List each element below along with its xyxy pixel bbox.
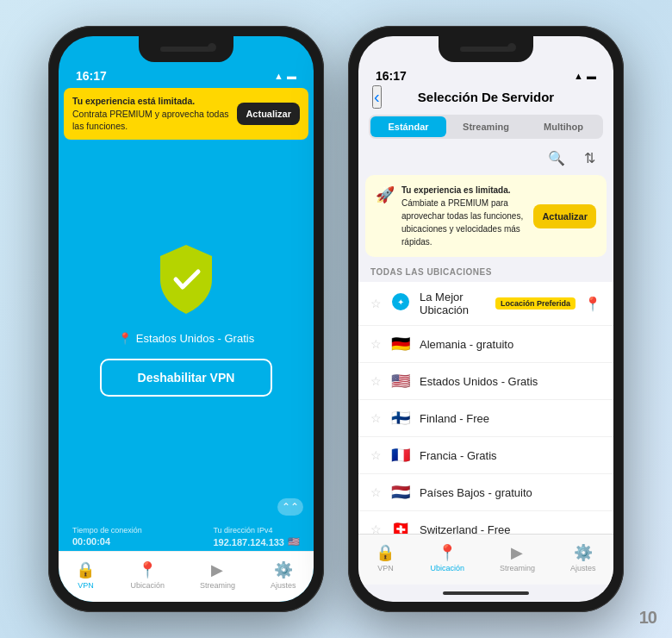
- banner-normal-1: Contrata PREMIUM y aprovecha todas las f…: [72, 109, 229, 132]
- server-selection-screen: 16:17 ▲ ▬ ‹ Selección De Servidor Estánd…: [358, 36, 613, 602]
- server-item-0[interactable]: ☆ 🇩🇪 Alemania - gratuito: [358, 326, 613, 363]
- vpn-nav-icon-2: 🔒: [376, 543, 395, 562]
- upgrade-normal-2: Cámbiate a PREMIUM para aprovechar todas…: [401, 198, 523, 247]
- tab-standard[interactable]: Estándar: [370, 116, 446, 137]
- scroll-indicator: ⌃⌃: [59, 495, 314, 519]
- ip-address-stat: Tu dirección IPv4 192.187.124.133 🇺🇸: [213, 526, 300, 547]
- nav-vpn-label-1: VPN: [78, 581, 94, 590]
- upgrade-bold-2: Tu experiencia es limitada.: [401, 185, 511, 195]
- notch-2: [439, 36, 533, 62]
- connection-label: Tiempo de conexión: [72, 526, 142, 535]
- status-time-2: 16:17: [376, 69, 407, 83]
- flag-emoji: 🇺🇸: [288, 536, 300, 547]
- server-name-0: Alemania - gratuito: [420, 338, 601, 351]
- location-nav-icon-2: 📍: [438, 543, 457, 562]
- star-5: ☆: [370, 522, 382, 534]
- server-name-best: La Mejor Ubicación: [420, 291, 487, 316]
- battery-icon-2: ▬: [587, 71, 596, 81]
- server-item-4[interactable]: ☆ 🇳🇱 Países Bajos - gratuito: [358, 474, 613, 511]
- server-name-5: Switzerland - Free: [420, 523, 601, 535]
- status-icons-2: ▲ ▬: [574, 71, 596, 81]
- search-button[interactable]: 🔍: [544, 146, 569, 170]
- server-name-4: Países Bajos - gratuito: [420, 486, 601, 499]
- wifi-icon: ▲: [274, 71, 283, 81]
- server-name-1: Estados Unidos - Gratis: [420, 375, 601, 388]
- wifi-icon-2: ▲: [574, 71, 583, 81]
- nav-streaming-2[interactable]: ▶ Streaming: [493, 541, 542, 574]
- shield-icon: [147, 241, 225, 318]
- location-nav-icon: 📍: [138, 560, 157, 579]
- rocket-icon: 🚀: [376, 185, 395, 204]
- section-label: TODAS LAS UBICACIONES: [358, 264, 613, 282]
- star-1: ☆: [370, 374, 382, 388]
- settings-nav-icon-2: ⚙️: [574, 543, 593, 562]
- connection-time-stat: Tiempo de conexión 00:00:04: [72, 526, 142, 547]
- flag-0: 🇩🇪: [390, 335, 411, 353]
- nav-vpn-2[interactable]: 🔒 VPN: [369, 541, 401, 574]
- nav-location-2[interactable]: 📍 Ubicación: [423, 541, 471, 574]
- nav-streaming-label-1: Streaming: [200, 581, 235, 590]
- battery-icon: ▬: [287, 71, 296, 81]
- disable-vpn-btn[interactable]: Deshabilitar VPN: [100, 359, 272, 397]
- watermark: 10: [639, 608, 656, 628]
- nav-settings-label-1: Ajustes: [271, 581, 296, 590]
- nav-streaming-label-2: Streaming: [500, 564, 535, 572]
- flag-5: 🇨🇭: [390, 520, 411, 534]
- search-sort-row: 🔍 ⇅: [358, 146, 613, 175]
- server-item-2[interactable]: ☆ 🇫🇮 Finland - Free: [358, 400, 613, 437]
- notch-1: [139, 36, 233, 62]
- nav-vpn-1[interactable]: 🔒 VPN: [69, 559, 102, 591]
- flag-4: 🇳🇱: [390, 483, 411, 502]
- vpn-screen: 16:17 ▲ ▬ Tu experiencia está limitada. …: [59, 36, 314, 602]
- bottom-nav-2: 🔒 VPN 📍 Ubicación ▶ Streaming ⚙️ Ajustes: [358, 534, 613, 585]
- status-time-1: 16:17: [76, 69, 107, 83]
- scroll-btn: ⌃⌃: [277, 498, 303, 516]
- server-list: ☆ ✦ La Mejor Ubicación Locación Preferid…: [358, 282, 613, 534]
- flag-2: 🇫🇮: [390, 409, 411, 428]
- sort-button[interactable]: ⇅: [577, 146, 601, 170]
- nav-settings-1[interactable]: ⚙️ Ajustes: [264, 559, 303, 591]
- status-icons-1: ▲ ▬: [274, 71, 296, 81]
- location-text: Estados Unidos - Gratis: [136, 332, 254, 345]
- pill-1: [160, 47, 212, 52]
- phone-2: 16:17 ▲ ▬ ‹ Selección De Servidor Estánd…: [348, 26, 624, 612]
- camera-dot-1: [208, 43, 216, 52]
- nav-location-label-1: Ubicación: [130, 581, 165, 590]
- settings-nav-icon: ⚙️: [274, 560, 293, 579]
- nav-settings-2[interactable]: ⚙️ Ajustes: [563, 541, 603, 574]
- nav-location-1[interactable]: 📍 Ubicación: [123, 559, 171, 591]
- back-button[interactable]: ‹: [372, 85, 382, 109]
- server-item-5[interactable]: ☆ 🇨🇭 Switzerland - Free: [358, 511, 613, 534]
- star-0: ☆: [370, 337, 382, 351]
- server-title: Selección De Servidor: [418, 90, 554, 104]
- server-item-3[interactable]: ☆ 🇫🇷 Francia - Gratis: [358, 437, 613, 474]
- tab-multihop[interactable]: Multihop: [526, 116, 601, 137]
- server-name-2: Finland - Free: [420, 412, 601, 425]
- location-display: 📍 Estados Unidos - Gratis: [118, 332, 254, 345]
- upgrade-banner-2: 🚀 Tu experiencia es limitada. Cámbiate a…: [365, 175, 607, 257]
- flag-best: ✦: [390, 292, 411, 316]
- vpn-stats: Tiempo de conexión 00:00:04 Tu dirección…: [59, 519, 314, 551]
- upgrade-banner-1: Tu experiencia está limitada. Contrata P…: [64, 88, 308, 140]
- preferred-badge: Locación Preferida: [495, 297, 576, 310]
- tab-streaming[interactable]: Streaming: [448, 116, 524, 137]
- star-2: ☆: [370, 411, 382, 425]
- nav-streaming-1[interactable]: ▶ Streaming: [193, 559, 242, 591]
- star-4: ☆: [370, 485, 382, 499]
- upgrade-text-2: Tu experiencia es limitada. Cámbiate a P…: [401, 184, 526, 248]
- server-item-1[interactable]: ☆ 🇺🇸 Estados Unidos - Gratis: [358, 363, 613, 400]
- star-3: ☆: [370, 448, 382, 462]
- nav-vpn-label-2: VPN: [377, 564, 394, 572]
- streaming-nav-icon: ▶: [211, 560, 223, 579]
- server-name-3: Francia - Gratis: [420, 449, 601, 462]
- ip-label: Tu dirección IPv4: [213, 526, 300, 535]
- server-header: ‹ Selección De Servidor: [358, 84, 613, 111]
- server-item-best[interactable]: ☆ ✦ La Mejor Ubicación Locación Preferid…: [358, 282, 613, 326]
- flag-3: 🇫🇷: [390, 446, 411, 465]
- upgrade-btn-1[interactable]: Actualizar: [237, 103, 300, 125]
- upgrade-btn-2[interactable]: Actualizar: [533, 204, 596, 228]
- camera-dot-2: [507, 43, 516, 52]
- tabs-row: Estándar Streaming Multihop: [369, 115, 603, 139]
- ip-value: 192.187.124.133 🇺🇸: [213, 536, 300, 547]
- phone-1: 16:17 ▲ ▬ Tu experiencia está limitada. …: [48, 26, 324, 612]
